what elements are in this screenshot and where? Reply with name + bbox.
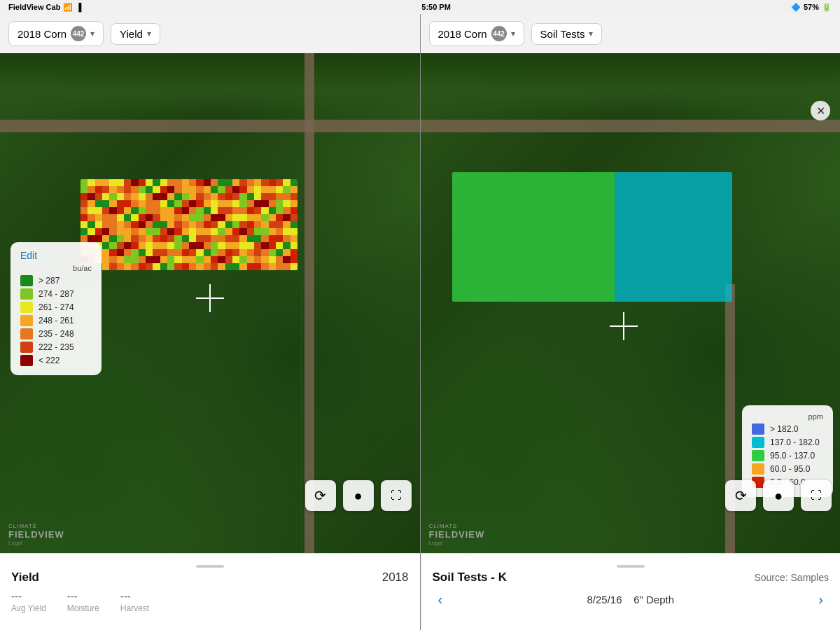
right-legend-item: > 182.0 (752, 424, 823, 435)
yield-cell (131, 193, 138, 200)
yield-cell (196, 221, 203, 228)
left-info-title: Yield (11, 570, 39, 584)
yield-cell (153, 207, 160, 214)
right-pin-button[interactable]: ● (763, 480, 794, 511)
yield-row (80, 200, 298, 207)
yield-cell (211, 263, 218, 270)
left-legend-unit: bu/ac (20, 264, 92, 272)
stat-harvest: --- Harvest (120, 590, 149, 613)
left-layer-dropdown[interactable]: Yield ▾ (111, 23, 160, 45)
yield-cell (174, 228, 181, 235)
yield-cell (174, 214, 181, 221)
prev-arrow[interactable]: ‹ (433, 592, 449, 608)
yield-cell (189, 193, 196, 200)
yield-cell (174, 256, 181, 263)
next-arrow[interactable]: › (813, 592, 829, 608)
yield-cell (117, 249, 124, 256)
yield-cell (239, 179, 246, 186)
close-button[interactable]: ✕ (811, 101, 830, 120)
yield-cell (232, 193, 239, 200)
yield-cell (276, 228, 283, 235)
yield-cell (290, 193, 298, 200)
yield-cell (283, 263, 290, 270)
yield-cell (247, 193, 254, 200)
yield-cell (261, 186, 268, 193)
yield-cell (254, 221, 261, 228)
yield-cell (196, 235, 203, 242)
right-layer-dropdown[interactable]: Soil Tests ▾ (531, 23, 603, 45)
right-rotate-button[interactable]: ⟳ (725, 480, 756, 511)
yield-cell (225, 186, 232, 193)
right-info-title: Soil Tests - K (433, 570, 507, 584)
yield-cell (109, 214, 116, 221)
yield-cell (232, 214, 239, 221)
yield-cell (261, 221, 268, 228)
right-crop-badge: 442 (491, 26, 507, 41)
left-rotate-icon: ⟳ (314, 487, 326, 504)
yield-cell (276, 235, 283, 242)
left-scroll-indicator (196, 565, 224, 568)
yield-cell (196, 256, 203, 263)
yield-cell (160, 235, 167, 242)
left-road-v (304, 53, 314, 553)
yield-cell (225, 235, 232, 242)
left-pin-button[interactable]: ● (343, 480, 374, 511)
bluetooth-icon: 🔷 (791, 3, 801, 12)
yield-cell (232, 186, 239, 193)
yield-cell (269, 200, 276, 207)
right-layer-label: Soil Tests (540, 28, 585, 40)
left-crop-dropdown[interactable]: 2018 Corn 442 ▾ (8, 21, 104, 46)
yield-cell (139, 249, 146, 256)
legend-item: > 287 (20, 275, 92, 286)
yield-cell (283, 235, 290, 242)
left-expand-button[interactable]: ⛶ (381, 480, 412, 511)
yield-cell (276, 221, 283, 228)
yield-cell (232, 200, 239, 207)
yield-cell (95, 221, 102, 228)
yield-cell (160, 263, 167, 270)
yield-cell (160, 193, 167, 200)
yield-cell (239, 193, 246, 200)
yield-cell (109, 193, 116, 200)
yield-cell (153, 235, 160, 242)
yield-cell (174, 186, 181, 193)
yield-cell (95, 207, 102, 214)
yield-row (80, 263, 298, 270)
right-crop-dropdown[interactable]: 2018 Corn 442 ▾ (429, 21, 524, 46)
right-expand-button[interactable]: ⛶ (801, 480, 832, 511)
yield-cell (174, 235, 181, 242)
yield-cell (247, 200, 254, 207)
yield-cell (211, 256, 218, 263)
left-stats-row: --- Avg Yield --- Moisture --- Harvest (11, 590, 409, 613)
yield-cell (102, 186, 109, 193)
yield-cell (254, 186, 261, 193)
yield-cell (131, 179, 138, 186)
yield-cell (153, 249, 160, 256)
avg-yield-value: --- (11, 590, 46, 602)
yield-cell (218, 242, 225, 249)
yield-cell (88, 228, 94, 235)
yield-cell (261, 242, 268, 249)
edit-button[interactable]: Edit (20, 250, 37, 261)
yield-cell (146, 186, 153, 193)
left-rotate-button[interactable]: ⟳ (305, 480, 336, 511)
yield-cell (109, 263, 116, 270)
yield-cell (88, 186, 94, 193)
nav-depth-value: 6" Depth (634, 594, 674, 606)
yield-cell (160, 249, 167, 256)
yield-cell (131, 207, 138, 214)
left-tree-line (0, 53, 420, 116)
right-expand-icon: ⛶ (811, 489, 822, 502)
legend-color-swatch (20, 275, 33, 286)
left-road-h (0, 120, 420, 132)
yield-cell (139, 179, 146, 186)
yield-cell (189, 235, 196, 242)
yield-cell (124, 235, 131, 242)
yield-cell (117, 207, 124, 214)
yield-cell (283, 221, 290, 228)
yield-cell (167, 179, 174, 186)
yield-cell (290, 207, 298, 214)
legend-label-text: < 222 (38, 356, 59, 365)
right-nav-row: ‹ 8/25/16 6" Depth › (433, 592, 830, 608)
yield-cell (269, 214, 276, 221)
